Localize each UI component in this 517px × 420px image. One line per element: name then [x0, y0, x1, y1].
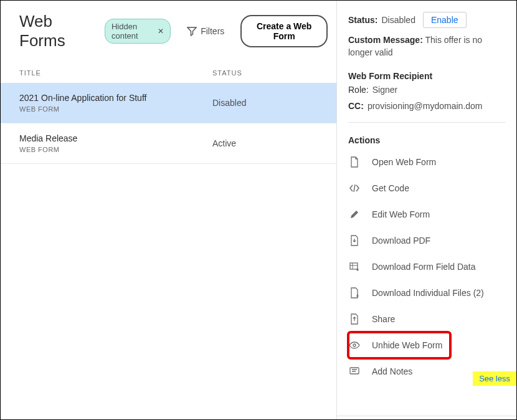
filters-label: Filters: [201, 26, 224, 36]
filters-button[interactable]: Filters: [179, 22, 232, 40]
table-header: TITLE STATUS: [1, 58, 336, 83]
custom-message-line: Custom Message: This offer is no longer …: [348, 34, 505, 59]
svg-rect-2: [350, 368, 359, 374]
eye-icon: [348, 339, 361, 351]
see-less-link[interactable]: See less: [473, 371, 516, 386]
app-frame: Web Forms Hidden content ✕ Filters Creat…: [0, 0, 517, 420]
action-download-form-field-data[interactable]: Download Form Field Data: [348, 254, 516, 280]
funnel-icon: [187, 26, 197, 36]
action-download-pdf[interactable]: Download PDF: [348, 227, 516, 254]
download-data-icon: [348, 260, 361, 273]
column-header-status: STATUS: [212, 69, 328, 77]
role-label: Role:: [348, 85, 369, 95]
header-row: Web Forms Hidden content ✕ Filters Creat…: [1, 1, 336, 58]
action-label: Download PDF: [372, 236, 430, 246]
table-row[interactable]: Media Release WEB FORM Active: [1, 123, 336, 164]
svg-rect-0: [350, 263, 358, 269]
row-title: Media Release: [19, 133, 212, 143]
close-icon[interactable]: ✕: [158, 27, 164, 36]
notes-icon: [348, 365, 361, 378]
create-web-form-button[interactable]: Create a Web Form: [240, 15, 328, 47]
status-value: Disabled: [381, 15, 415, 25]
enable-button[interactable]: Enable: [423, 12, 467, 28]
action-get-code[interactable]: Get Code: [348, 175, 516, 201]
action-label: Get Code: [372, 183, 409, 193]
page-title: Web Forms: [19, 12, 87, 50]
status-line: Status: Disabled Enable: [348, 12, 505, 28]
status-label: Status:: [348, 15, 377, 25]
row-status: Active: [212, 138, 328, 148]
svg-point-1: [353, 344, 356, 346]
action-label: Unhide Web Form: [372, 340, 442, 350]
actions-heading: Actions: [348, 135, 505, 145]
action-label: Share: [372, 314, 395, 324]
action-label: Open Web Form: [372, 157, 436, 167]
role-line: Role: Signer: [348, 85, 505, 95]
code-icon: [348, 182, 361, 194]
pencil-icon: [348, 208, 361, 221]
action-label: Download Form Field Data: [372, 262, 476, 272]
left-pane: Web Forms Hidden content ✕ Filters Creat…: [1, 1, 337, 419]
row-type: WEB FORM: [19, 105, 212, 113]
detail-pane: Status: Disabled Enable Custom Message: …: [337, 1, 516, 419]
table-row[interactable]: 2021 On-line Application for Stuff WEB F…: [1, 83, 336, 123]
custom-message-label: Custom Message:: [348, 35, 423, 45]
chip-label: Hidden content: [111, 22, 154, 41]
action-share[interactable]: Share: [348, 306, 516, 332]
action-label: Add Notes: [372, 366, 412, 376]
action-label: Download Individual Files (2): [372, 288, 484, 298]
divider: [348, 122, 505, 123]
row-type: WEB FORM: [19, 146, 212, 153]
recipient-heading: Web Form Recipient: [348, 71, 505, 81]
action-unhide-web-form[interactable]: Unhide Web Form: [348, 332, 450, 358]
download-files-icon: [348, 287, 361, 299]
cc-label: CC:: [348, 101, 364, 111]
column-header-title: TITLE: [19, 69, 212, 77]
counter-signers-row[interactable]: 2 Counter Signers: [337, 416, 516, 419]
action-edit-web-form[interactable]: Edit Web Form: [348, 201, 516, 227]
row-status: Disabled: [212, 98, 328, 108]
action-label: Edit Web Form: [372, 209, 430, 219]
role-value: Signer: [372, 85, 397, 95]
filter-chip-hidden-content[interactable]: Hidden content ✕: [105, 19, 171, 44]
actions-list: Open Web Form Get Code Edit Web Form Dow…: [337, 149, 516, 384]
share-icon: [348, 313, 361, 325]
action-download-individual-files[interactable]: Download Individual Files (2): [348, 280, 516, 306]
download-pdf-icon: [348, 234, 361, 247]
action-open-web-form[interactable]: Open Web Form: [348, 149, 516, 175]
row-title: 2021 On-line Application for Stuff: [19, 93, 212, 103]
document-icon: [348, 156, 361, 168]
cc-value: provisioning@mydomain.dom: [368, 101, 483, 111]
cc-line: CC: provisioning@mydomain.dom: [348, 101, 505, 111]
